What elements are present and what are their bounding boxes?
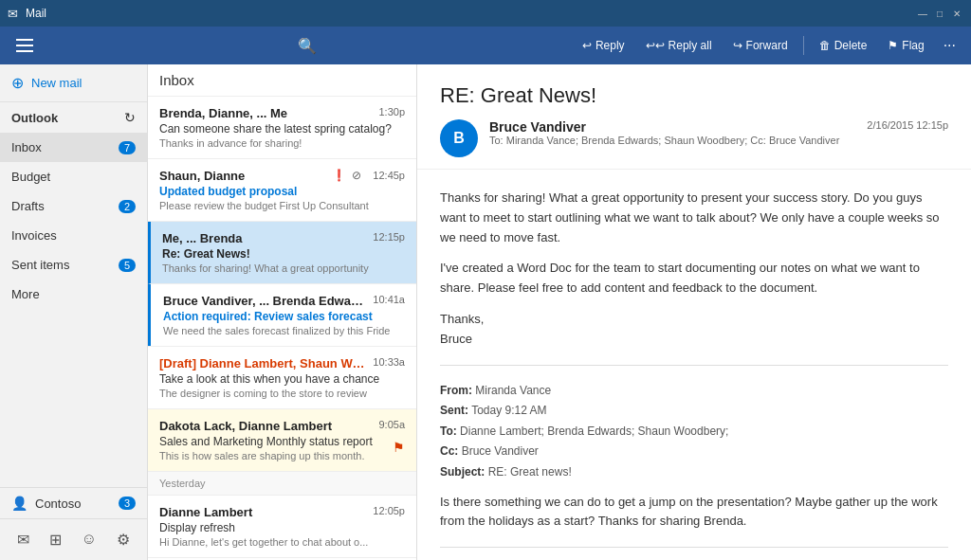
refresh-icon[interactable]: ↻ [124,110,136,125]
person-icon: 👤 [11,496,27,511]
sidebar-nav: Inbox 7 Budget Drafts 2 Invoices Sent it… [0,133,147,487]
list-item[interactable]: Brenda, Dianne, ... Me 1:30p Can someone… [148,97,416,159]
list-item[interactable]: Shaun, Dianne ❗ ⊘ 12:45p Updated budget … [148,159,416,222]
cc-label: Cc: [440,444,458,458]
new-mail-label: New mail [31,76,82,90]
toolbar-search: 🔍 [46,33,569,59]
sender-name: Bruce Vandiver [489,119,855,135]
body-paragraph-1: Thanks for sharing! What a great opportu… [440,189,948,247]
sidebar-item-drafts[interactable]: Drafts 2 [0,191,147,221]
settings-icon[interactable]: ⚙ [113,527,134,552]
reading-pane: RE: Great News! B Bruce Vandiver To: Mir… [417,64,971,560]
thread-1-body: Is there something we can do to get a ju… [440,493,948,533]
email-date: 2/16/2015 12:15p [867,119,948,131]
account-name: Outlook [11,111,58,125]
title-bar: ✉ Mail — □ ✕ [0,0,971,27]
list-item[interactable]: [Draft] Dianne Lambert, Shaun Wo... 10:3… [148,347,416,409]
flag-button[interactable]: ⚑ Flag [878,35,933,56]
list-item[interactable]: Dakota Lack, Dianne Lambert 9:05a Sales … [148,409,416,472]
close-button[interactable]: ✕ [950,7,963,20]
app-body: ⊕ New mail Outlook ↻ Inbox 7 Budget Draf… [0,64,971,560]
body-paragraph-2: I've created a Word Doc for the team to … [440,259,948,298]
maximize-button[interactable]: □ [933,7,946,20]
more-actions-button[interactable]: ··· [936,33,963,58]
toolbar-separator [803,36,804,55]
reply-icon: ↩ [582,39,592,52]
flag-icon: ⚑ [888,39,898,52]
list-item[interactable]: Dianne Lambert 12:05p Display refresh Hi… [148,496,416,558]
email-list: Inbox Brenda, Dianne, ... Me 1:30p Can s… [148,64,417,560]
thread-divider-2 [440,547,948,548]
date-separator-yesterday: Yesterday [148,472,416,496]
delete-icon: 🗑 [819,39,831,52]
sidebar-bottom-icons: ✉ ⊞ ☺ ⚙ [0,518,147,560]
account-row: Outlook ↻ [0,102,147,133]
email-list-header: Inbox [148,64,416,97]
email-subject-heading: RE: Great News! [440,83,948,108]
sidebar-item-invoices[interactable]: Invoices [0,221,147,250]
contoso-label: Contoso [35,497,81,511]
body-paragraph-3: Thanks,Bruce [440,310,948,350]
new-mail-icon: ⊕ [11,74,24,92]
app-title: Mail [26,7,46,20]
list-item[interactable]: Me, ... Brenda 12:15p Re: Great News! Th… [148,222,416,284]
to-label: To: [440,425,457,438]
sender-to: To: Miranda Vance; Brenda Edwards; Shaun… [489,135,855,146]
thread-divider-1 [440,365,948,366]
reading-header: RE: Great News! B Bruce Vandiver To: Mir… [417,64,971,170]
app-icon: ✉ [8,7,18,21]
reply-button[interactable]: ↩ Reply [573,35,634,56]
emoji-icon[interactable]: ☺ [78,527,101,552]
urgent-icon: ❗ [332,169,346,182]
sender-row: B Bruce Vandiver To: Miranda Vance; Bren… [440,119,948,157]
sent-label: Sent: [440,404,468,417]
flag-indicator: ⚑ [393,440,405,455]
apps-icon[interactable]: ⊞ [46,527,65,552]
forward-icon: ↪ [733,39,742,52]
thread-1-meta: From: Miranda Vance Sent: Today 9:12 AM … [440,381,948,483]
subject-label: Subject: [440,465,485,479]
block-icon: ⊘ [352,169,361,182]
sidebar: ⊕ New mail Outlook ↻ Inbox 7 Budget Draf… [0,64,148,560]
avatar: B [440,119,478,157]
reply-all-icon: ↩↩ [646,39,665,52]
sidebar-item-sent[interactable]: Sent items 5 [0,250,147,280]
contoso-account[interactable]: 👤 Contoso 3 [0,487,147,518]
sender-info: Bruce Vandiver To: Miranda Vance; Brenda… [489,119,855,146]
toolbar-actions: ↩ Reply ↩↩ Reply all ↪ Forward 🗑 Delete … [573,33,963,58]
mail-icon[interactable]: ✉ [13,527,33,552]
list-item[interactable]: Bruce Vandiver, ... Brenda Edwards 10:41… [148,284,416,347]
hamburger-button[interactable] [8,27,42,64]
search-button[interactable]: 🔍 [286,33,328,59]
forward-button[interactable]: ↪ Forward [724,35,797,56]
toolbar: 🔍 ↩ Reply ↩↩ Reply all ↪ Forward 🗑 Delet… [0,27,971,64]
new-mail-button[interactable]: ⊕ New mail [0,64,147,102]
reply-all-button[interactable]: ↩↩ Reply all [636,35,722,56]
sidebar-item-more[interactable]: More [0,280,147,309]
delete-button[interactable]: 🗑 Delete [810,35,877,56]
minimize-button[interactable]: — [916,7,929,20]
sidebar-item-inbox[interactable]: Inbox 7 [0,133,147,162]
reading-body: Thanks for sharing! What a great opportu… [417,170,971,560]
sidebar-item-budget[interactable]: Budget [0,162,147,191]
from-label: From: [440,384,472,397]
